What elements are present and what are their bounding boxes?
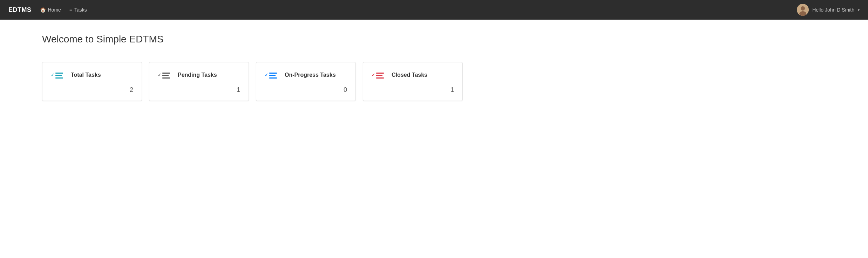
card-pending-tasks[interactable]: ✓ Pending Tasks 1 <box>149 62 249 101</box>
navbar-tasks-link[interactable]: ≡ Tasks <box>69 7 87 13</box>
card-total-tasks[interactable]: ✓ Total Tasks 2 <box>42 62 142 101</box>
page-title: Welcome to Simple EDTMS <box>42 34 826 45</box>
total-check-icon: ✓ <box>51 73 54 77</box>
card-progress-tasks[interactable]: ✓ On-Progress Tasks 0 <box>256 62 356 101</box>
divider <box>42 52 826 52</box>
closed-tasks-icon-wrapper: ✓ <box>372 69 387 81</box>
icon-line-1 <box>162 73 170 74</box>
navbar-brand[interactable]: EDTMS <box>8 6 32 14</box>
icon-line-2 <box>55 75 62 76</box>
progress-tasks-title: On-Progress Tasks <box>285 72 336 78</box>
closed-tasks-list-icon <box>376 69 387 81</box>
icon-line-1 <box>376 73 384 74</box>
navbar-home-link[interactable]: 🏠 Home <box>40 7 61 13</box>
home-icon: 🏠 <box>40 7 46 13</box>
total-tasks-icon-wrapper: ✓ <box>51 69 67 81</box>
card-header-pending: ✓ Pending Tasks <box>158 69 240 81</box>
icon-line-3 <box>55 77 63 79</box>
icon-line-2 <box>162 75 169 76</box>
avatar <box>797 4 809 16</box>
icon-line-2 <box>376 75 382 76</box>
card-header-closed: ✓ Closed Tasks <box>372 69 454 81</box>
card-closed-tasks[interactable]: ✓ Closed Tasks 1 <box>363 62 463 101</box>
closed-check-icon: ✓ <box>372 73 375 77</box>
pending-check-icon: ✓ <box>158 73 161 77</box>
closed-tasks-count: 1 <box>372 86 454 94</box>
navbar-left: EDTMS 🏠 Home ≡ Tasks <box>8 6 87 14</box>
progress-tasks-list-icon <box>269 69 280 81</box>
pending-tasks-icon-wrapper: ✓ <box>158 69 174 81</box>
dropdown-icon: ▾ <box>858 8 860 12</box>
home-label: Home <box>48 7 61 13</box>
total-tasks-count: 2 <box>51 86 133 94</box>
progress-tasks-count: 0 <box>265 86 347 94</box>
navbar: EDTMS 🏠 Home ≡ Tasks Hello John D Smith … <box>0 0 868 20</box>
svg-point-1 <box>801 6 805 11</box>
pending-tasks-title: Pending Tasks <box>178 72 217 78</box>
card-header-total: ✓ Total Tasks <box>51 69 133 81</box>
tasks-label: Tasks <box>74 7 87 13</box>
icon-line-1 <box>55 73 63 74</box>
total-tasks-title: Total Tasks <box>71 72 101 78</box>
card-header-progress: ✓ On-Progress Tasks <box>265 69 347 81</box>
icon-line-3 <box>162 77 170 79</box>
tasks-icon: ≡ <box>69 7 72 13</box>
pending-tasks-count: 1 <box>158 86 240 94</box>
icon-line-2 <box>269 75 276 76</box>
icon-line-1 <box>269 73 277 74</box>
progress-tasks-icon-wrapper: ✓ <box>265 69 280 81</box>
pending-tasks-list-icon <box>162 69 174 81</box>
cards-grid: ✓ Total Tasks 2 ✓ <box>42 62 463 101</box>
progress-check-icon: ✓ <box>265 73 268 77</box>
closed-tasks-title: Closed Tasks <box>392 72 427 78</box>
total-tasks-list-icon <box>55 69 67 81</box>
navbar-user-menu[interactable]: Hello John D Smith ▾ <box>797 4 860 16</box>
user-greeting: Hello John D Smith <box>812 7 854 13</box>
main-content: Welcome to Simple EDTMS ✓ Total Tasks 2 <box>0 20 868 258</box>
icon-line-3 <box>269 77 277 79</box>
icon-line-3 <box>376 77 384 79</box>
